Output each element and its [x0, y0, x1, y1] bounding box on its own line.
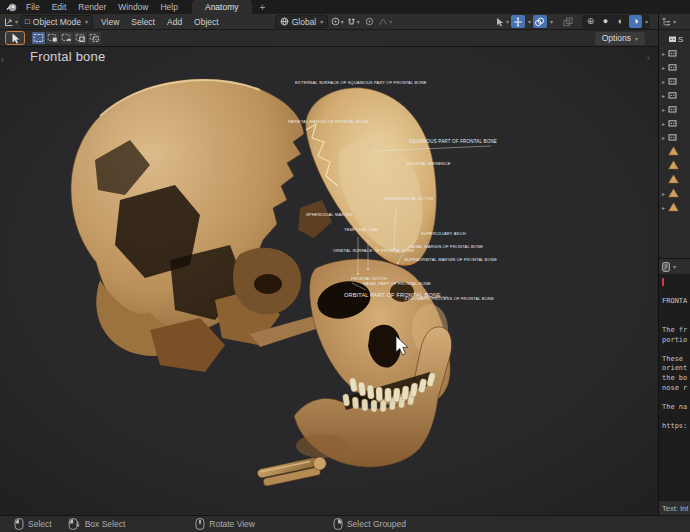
statusbar-hint-select: Select — [14, 518, 52, 530]
chevron-down-icon[interactable]: ▾ — [528, 18, 531, 25]
chevron-down-icon: ▾ — [320, 18, 323, 25]
transform-orientation-selector[interactable]: Global ▾ — [275, 15, 329, 28]
menu-add[interactable]: Add — [161, 17, 188, 27]
snap-button[interactable]: ▾ — [346, 15, 360, 28]
gizmo-icon — [513, 17, 523, 27]
proportional-editing-button[interactable] — [362, 15, 376, 28]
viewport-3d[interactable]: Frontal bone ‹ ‹ — [0, 47, 658, 515]
overlays-icon — [534, 17, 545, 27]
proportional-falloff-button[interactable]: ▾ — [378, 15, 392, 28]
outliner-row-mesh[interactable] — [659, 144, 690, 158]
expand-arrow-icon[interactable]: ▸ — [660, 106, 667, 113]
object-mode-icon: □ — [25, 18, 30, 26]
menu-window[interactable]: Window — [112, 0, 154, 14]
text-line: FRONTA — [662, 297, 690, 307]
menu-edit[interactable]: Edit — [46, 0, 73, 14]
solid-sphere-icon: ● — [603, 17, 608, 26]
global-orientation-icon — [280, 17, 289, 26]
magnet-icon — [347, 17, 356, 27]
select-mode-invert[interactable] — [74, 32, 87, 44]
select-mode-set[interactable] — [32, 32, 45, 44]
text-editor-content[interactable]: FRONTAThe frportioTheseorientthe bonose … — [659, 275, 690, 500]
mesh-object-icon — [668, 188, 679, 198]
outliner-row-label: S — [678, 35, 683, 44]
menu-select[interactable]: Select — [125, 17, 161, 27]
expand-arrow-icon[interactable]: ▸ — [660, 78, 667, 85]
outliner-row-mesh[interactable]: ▸ — [659, 200, 690, 214]
text-editor-button[interactable]: ▾ — [661, 262, 676, 272]
mode-selector[interactable]: □ Object Mode ▾ — [20, 15, 93, 28]
select-mode-group — [32, 32, 101, 44]
chevron-down-icon[interactable]: ▾ — [550, 18, 553, 25]
menu-file[interactable]: File — [20, 0, 46, 14]
workspace-tab-anatomy[interactable]: Anatomy — [192, 0, 252, 14]
shading-material-button[interactable]: ◐ — [614, 15, 627, 28]
anatomy-label: FRONTAL EMINENCE — [407, 161, 451, 166]
statusbar: SelectBox SelectRotate ViewSelect Groupe… — [0, 515, 690, 532]
text-line: nose r — [662, 384, 690, 394]
expand-arrow-icon[interactable]: ▸ — [660, 120, 667, 127]
select-mode-extend[interactable] — [46, 32, 59, 44]
text-file-icon — [661, 262, 671, 272]
outliner-row-collection[interactable]: ▸ — [659, 46, 690, 60]
editor-type-button[interactable]: ▾ — [4, 15, 18, 28]
shading-rendered-button[interactable]: ◑ — [629, 15, 642, 28]
text-line — [662, 288, 690, 298]
right-panel-column: ▾ S▸▸▸▸▸▸▸▸▸ ▾ FRONTAThe frportioTheseor… — [658, 14, 690, 515]
selectability-button[interactable]: ▾ — [495, 15, 509, 28]
material-sphere-icon: ◐ — [618, 17, 623, 26]
chevron-down-icon: ▾ — [673, 18, 676, 25]
chevron-down-icon: ▾ — [389, 18, 392, 25]
expand-arrow-icon[interactable]: ▸ — [660, 50, 667, 57]
options-button[interactable]: Options ▾ — [595, 32, 645, 45]
orientation-label: Global — [292, 17, 317, 27]
expand-arrow-icon[interactable]: ▸ — [660, 204, 667, 211]
show-gizmos-toggle[interactable] — [511, 15, 525, 28]
text-line — [662, 412, 690, 422]
outliner-row-scene-collection[interactable]: S — [659, 32, 690, 46]
text-line — [662, 345, 690, 355]
chevron-down-icon[interactable]: ▾ — [645, 18, 648, 25]
outliner-editor-button[interactable]: ▾ — [661, 17, 676, 26]
expand-arrow-icon[interactable]: ▸ — [660, 134, 667, 141]
text-line: portio — [662, 336, 690, 346]
expand-arrow-icon[interactable]: ▸ — [660, 64, 667, 71]
shading-wireframe-button[interactable]: ⊕ — [584, 15, 597, 28]
anatomy-label: ORBITAL SURFACE OF FRONTAL BONE — [333, 248, 414, 253]
menu-help[interactable]: Help — [154, 0, 183, 14]
menu-view[interactable]: View — [95, 17, 125, 27]
xray-toggle[interactable] — [561, 15, 575, 28]
menu-render[interactable]: Render — [72, 0, 112, 14]
skull-3d-canvas[interactable]: EXTERNAL SURFACE OF SQUAMOUS PART OF FRO… — [0, 47, 658, 515]
bone-fragment[interactable] — [257, 455, 329, 487]
mouse-middle-icon — [195, 518, 205, 530]
mesh-object-icon — [668, 202, 679, 212]
anatomy-label: NASAL PART OF FRONTAL BONE — [363, 281, 431, 286]
select-mode-subtract[interactable] — [60, 32, 73, 44]
outliner-row-collection[interactable]: ▸ — [659, 74, 690, 88]
outliner-row-mesh[interactable] — [659, 158, 690, 172]
show-overlays-toggle[interactable] — [533, 15, 547, 28]
outliner-icon — [661, 17, 671, 26]
pivot-point-button[interactable]: ▾ — [330, 15, 344, 28]
outliner-row-mesh[interactable]: ▸ — [659, 186, 690, 200]
viewport-header: ▾ □ Object Mode ▾ ViewSelectAddObject Gl… — [0, 14, 658, 30]
wireframe-sphere-icon: ⊕ — [587, 17, 595, 26]
chevron-down-icon: ▾ — [15, 18, 18, 25]
select-mode-intersect[interactable] — [88, 32, 101, 44]
outliner-panel: ▾ S▸▸▸▸▸▸▸▸▸ — [659, 14, 690, 258]
expand-arrow-icon[interactable]: ▸ — [660, 92, 667, 99]
hint-label: Rotate View — [209, 519, 255, 529]
outliner-row-collection[interactable]: ▸ — [659, 130, 690, 144]
shading-solid-button[interactable]: ● — [599, 15, 612, 28]
expand-arrow-icon[interactable]: ▸ — [660, 190, 667, 197]
active-tool-select-box[interactable] — [5, 31, 25, 45]
outliner-row-collection[interactable]: ▸ — [659, 88, 690, 102]
menu-object[interactable]: Object — [188, 17, 225, 27]
falloff-curve-icon — [378, 18, 388, 26]
add-workspace-button[interactable]: + — [252, 0, 274, 14]
outliner-row-collection[interactable]: ▸ — [659, 116, 690, 130]
outliner-row-collection[interactable]: ▸ — [659, 60, 690, 74]
outliner-row-collection[interactable]: ▸ — [659, 102, 690, 116]
outliner-row-mesh[interactable] — [659, 172, 690, 186]
